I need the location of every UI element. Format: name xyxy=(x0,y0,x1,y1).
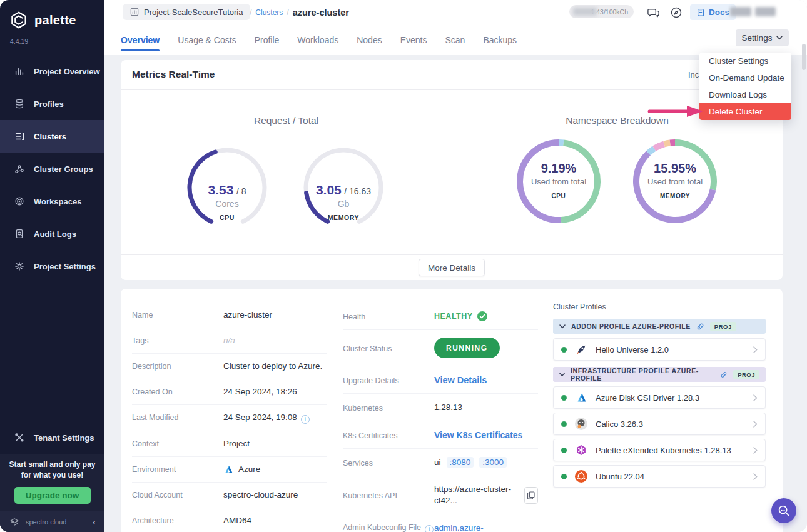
bar-chart-icon xyxy=(13,65,26,78)
tools-icon xyxy=(13,431,26,444)
link-icon xyxy=(720,371,728,379)
info-icon[interactable]: i xyxy=(301,415,310,424)
breadcrumb-clusters-link[interactable]: Clusters xyxy=(255,8,283,17)
cpu-used-value: 3.53 xyxy=(208,183,234,197)
metrics-title: Metrics Real-Time xyxy=(132,69,215,80)
chevron-down-icon xyxy=(559,373,565,377)
tab-overview[interactable]: Overview xyxy=(121,25,160,55)
proj-scope-badge: PROJ xyxy=(710,322,736,331)
sidebar-item-profiles[interactable]: Profiles xyxy=(0,88,104,120)
view-k8s-certificates-link[interactable]: View K8s Certificates xyxy=(434,430,522,440)
pack-item-azure-disk-csi[interactable]: Azure Disk CSI Driver 1.28.3 xyxy=(553,386,766,409)
memory-total-value: / 16.63 xyxy=(344,186,371,196)
proj-scope-badge: PROJ xyxy=(733,370,759,379)
memory-namespace-percent: 15.95% xyxy=(631,161,719,176)
sidebar-item-workspaces[interactable]: Workspaces xyxy=(0,185,104,218)
settings-button[interactable]: Settings xyxy=(736,29,789,46)
memory-used-value: 3.05 xyxy=(316,183,342,197)
menu-item-on-demand-update[interactable]: On-Demand Update xyxy=(699,69,791,86)
addon-profile-header[interactable]: ADDON PROFILE AZURE-PROFILE PROJ xyxy=(553,319,766,334)
search-help-floating-button[interactable] xyxy=(771,498,796,523)
tab-profile[interactable]: Profile xyxy=(255,25,280,55)
cluster-groups-icon xyxy=(13,163,26,175)
detail-row-environment: Environment Azure xyxy=(132,457,327,483)
chevron-right-icon xyxy=(753,473,758,480)
menu-item-download-logs[interactable]: Download Logs xyxy=(699,86,791,103)
docs-button[interactable]: Docs xyxy=(690,4,736,20)
sidebar-item-tenant-settings[interactable]: Tenant Settings xyxy=(0,421,104,454)
pack-status-dot xyxy=(561,474,567,479)
kubeconfig-download-link[interactable]: admin.azure-cluster.kubeconfig xyxy=(434,522,519,532)
project-selector[interactable]: Project-ScaleSecureTutoria xyxy=(123,4,250,20)
sidebar-item-project-settings[interactable]: Project Settings xyxy=(0,250,104,283)
pack-item-palette-extended-kubernetes[interactable]: Palette eXtended Kubernetes 1.28.13 xyxy=(553,439,766,461)
cpu-namespace-caption: CPU xyxy=(515,193,602,199)
cpu-namespace-label: Used from total xyxy=(515,177,602,186)
feedback-chat-icon[interactable] xyxy=(646,6,660,19)
cluster-profiles-title: Cluster Profiles xyxy=(553,303,766,311)
detail-row-cloud-account: Cloud Account spectro-cloud-azure xyxy=(132,483,327,508)
app-window: palette 4.4.19 Project Overview Profiles xyxy=(0,0,807,532)
chevron-right-icon xyxy=(753,447,758,454)
palette-logo[interactable]: palette xyxy=(9,10,76,30)
audit-logs-icon xyxy=(13,228,26,240)
detail-row-last-modified: Last Modified 24 Sep 2024, 19:08i xyxy=(132,405,327,431)
running-status-badge: RUNNING xyxy=(434,338,500,358)
chevron-down-icon xyxy=(559,324,566,329)
sidebar-item-clusters[interactable]: Clusters xyxy=(0,120,104,153)
cpu-total-value: / 8 xyxy=(236,186,246,196)
tab-nodes[interactable]: Nodes xyxy=(357,25,382,55)
sidebar-item-cluster-groups[interactable]: Cluster Groups xyxy=(0,153,104,185)
brand-name: palette xyxy=(34,13,76,28)
service-port-8080-link[interactable]: :8080 xyxy=(447,457,474,468)
info-icon[interactable]: i xyxy=(425,525,434,532)
tab-events[interactable]: Events xyxy=(400,25,427,55)
detail-row-architecture: Architecture AMD64 xyxy=(132,508,327,532)
sidebar-item-audit-logs[interactable]: Audit Logs xyxy=(0,218,104,250)
pack-item-hello-universe[interactable]: Hello Universe 1.2.0 xyxy=(553,338,766,361)
magnifier-smile-icon xyxy=(777,504,791,518)
top-bar: Project-ScaleSecureTutoria / Clusters / … xyxy=(104,0,807,25)
chevron-down-icon xyxy=(776,36,783,40)
tab-workloads[interactable]: Workloads xyxy=(297,25,338,55)
menu-item-delete-cluster[interactable]: Delete Cluster xyxy=(699,103,791,120)
view-details-link[interactable]: View Details xyxy=(434,375,487,385)
upgrade-now-button[interactable]: Upgrade now xyxy=(14,487,91,504)
tab-backups[interactable]: Backups xyxy=(483,25,517,55)
menu-item-cluster-settings[interactable]: Cluster Settings xyxy=(699,53,791,69)
kubernetes-api-url: https://azure-cluster-cf42... xyxy=(434,484,520,506)
tab-usage-costs[interactable]: Usage & Costs xyxy=(178,25,236,55)
status-row-kubernetes-api: Kubernetes API https://azure-cluster-cf4… xyxy=(343,476,538,514)
memory-namespace-caption: MEMORY xyxy=(631,193,719,199)
pack-item-ubuntu[interactable]: Ubuntu 22.04 xyxy=(553,465,766,488)
tab-scan[interactable]: Scan xyxy=(445,25,465,55)
memory-caption: MEMORY xyxy=(300,214,387,221)
blurred-username-segment xyxy=(755,7,776,16)
chevron-right-icon xyxy=(753,421,758,428)
copy-icon[interactable] xyxy=(524,487,538,504)
upgrade-panel: Start small and only pay for what you us… xyxy=(0,454,104,511)
pack-status-dot xyxy=(561,421,567,427)
cpu-unit: Cores xyxy=(183,199,271,209)
explore-compass-icon[interactable] xyxy=(669,6,683,19)
delete-cluster-annotation-arrow xyxy=(647,104,704,118)
detail-row-description: Description Cluster to deploy to Azure. xyxy=(132,354,327,379)
spectro-cloud-logo xyxy=(9,516,20,528)
upgrade-message: Start small and only pay for what you us… xyxy=(0,459,104,481)
azure-icon xyxy=(223,465,233,474)
service-port-3000-link[interactable]: :3000 xyxy=(479,457,507,468)
collapse-sidebar-chevron-icon[interactable]: ‹ xyxy=(93,516,96,527)
sidebar-item-project-overview[interactable]: Project Overview xyxy=(0,55,104,88)
cpu-request-gauge: 3.53 / 8 Cores CPU xyxy=(183,144,271,231)
status-row-k8s-certificates: K8s Certificates View K8s Certificates xyxy=(343,421,538,449)
scrollbar-thumb[interactable] xyxy=(802,44,806,70)
cpu-namespace-percent: 9.19% xyxy=(515,161,602,176)
detail-row-context: Context Project xyxy=(132,431,327,457)
workspaces-icon xyxy=(13,195,26,208)
pack-item-calico[interactable]: Calico 3.26.3 xyxy=(553,413,766,435)
status-row-health: Health HEALTHY xyxy=(343,303,538,330)
more-details-button[interactable]: More Details xyxy=(419,259,485,276)
infrastructure-profile-header[interactable]: INFRASTRUCTURE PROFILE AZURE-PROFILE PRO… xyxy=(553,367,766,382)
project-chart-icon xyxy=(130,8,139,16)
azure-icon xyxy=(574,391,588,404)
